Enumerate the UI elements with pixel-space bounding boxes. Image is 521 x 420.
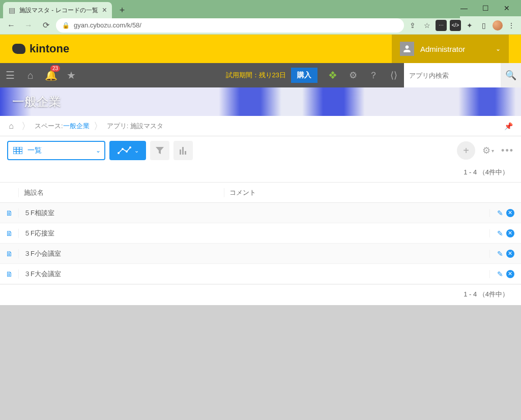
svg-rect-0 [13,147,22,154]
logo-text: kintone [30,42,69,55]
star-icon[interactable]: ☆ [421,20,432,31]
chevron-down-icon: ⌄ [134,147,139,154]
extension-icon[interactable]: ⋯ [436,20,447,31]
url-text: gyan.cybozu.com/k/58/ [74,21,141,29]
bell-icon[interactable]: 🔔 23 [41,63,61,87]
settings-button[interactable]: ⚙▾ [482,145,494,156]
gear-icon[interactable]: ⚙ [343,63,363,87]
cell-name: ３F小会議室 [18,249,224,258]
view-selector[interactable]: 一覧 ⌄ [7,141,105,160]
puzzle-icon[interactable]: ✦ [464,20,475,31]
tab-title: 施設マスタ - レコードの一覧 [19,6,98,15]
leaf-icon[interactable]: ❖ [323,63,343,87]
record-icon: 🗎 [0,270,18,278]
edit-icon[interactable]: ✎ [497,250,503,258]
reload-button[interactable]: ⟳ [39,18,53,33]
breadcrumb-app: アプリ: 施設マスタ [107,122,163,131]
maximize-icon[interactable]: ☐ [479,2,491,14]
record-icon: 🗎 [0,209,18,217]
cell-name: ３F大会議室 [18,269,224,279]
column-header-name[interactable]: 施設名 [18,188,224,197]
add-record-button[interactable]: + [457,141,475,160]
chevron-right-icon: 〉 [94,120,103,132]
record-table: 施設名 コメント 🗎５F相談室✎✕🗎５F応接室✎✕🗎３F小会議室✎✕🗎３F大会議… [0,182,521,284]
delete-icon[interactable]: ✕ [506,209,514,217]
profile-avatar-icon[interactable] [493,20,503,31]
view-label: 一覧 [27,146,42,155]
breadcrumb-home-icon[interactable]: ⌂ [5,122,17,131]
kintone-nav: ☰ ⌂ 🔔 23 ★ 試用期間：残り23日 購入 ❖ ⚙ ？ ⟨⟩ 🔍 [0,63,521,87]
browser-tab-strip: ▤ 施設マスタ - レコードの一覧 × + [0,0,460,18]
record-icon: 🗎 [0,250,18,258]
buy-button[interactable]: 購入 [291,68,317,83]
svg-rect-10 [182,147,184,155]
table-view-icon [13,147,22,154]
forward-button[interactable]: → [21,18,36,33]
chevron-right-icon: 〉 [21,120,31,132]
graph-button[interactable]: ⌄ [109,141,146,160]
star-nav-icon[interactable]: ★ [61,63,81,87]
window-close-icon[interactable]: ✕ [501,2,513,14]
menu-icon[interactable]: ☰ [0,63,20,87]
record-icon: 🗎 [0,229,18,237]
chevron-down-icon: ⌄ [496,45,501,52]
column-header-comment[interactable]: コメント [224,188,489,197]
share-icon[interactable]: ⇪ [407,20,418,31]
bookmark-icon[interactable]: ▯ [478,20,489,31]
line-chart-icon [117,146,131,155]
user-menu[interactable]: Administrator ⌄ [392,35,509,63]
breadcrumb-space-label: スペース: [35,122,63,131]
edit-icon[interactable]: ✎ [497,270,503,278]
breadcrumb-space-link[interactable]: 一般企業 [63,122,90,131]
browser-tab[interactable]: ▤ 施設マスタ - レコードの一覧 × [3,2,112,18]
edit-icon[interactable]: ✎ [497,229,503,237]
cell-name: ５F相談室 [18,208,224,218]
home-icon[interactable]: ⌂ [20,63,41,87]
tab-favicon-icon: ▤ [8,7,15,14]
devtools-icon[interactable]: </> [450,20,461,31]
user-name: Administrator [420,45,465,53]
search-input[interactable] [404,63,501,87]
lock-icon: 🔒 [62,22,70,29]
pin-icon[interactable]: 📌 [504,122,516,130]
back-button[interactable]: ← [4,18,18,33]
url-field[interactable]: 🔒 gyan.cybozu.com/k/58/ [56,18,404,33]
toolbar: 一覧 ⌄ ⌄ + ⚙▾ ••• [0,136,521,165]
user-avatar-icon [400,42,414,56]
delete-icon[interactable]: ✕ [506,270,514,278]
chevron-down-icon: ⌄ [92,147,104,154]
code-icon[interactable]: ⟨⟩ [384,63,404,87]
more-button[interactable]: ••• [501,145,514,156]
delete-icon[interactable]: ✕ [506,229,514,237]
table-row[interactable]: 🗎３F小会議室✎✕ [0,244,521,264]
cell-name: ５F応接室 [18,229,224,238]
kintone-header: kintone Administrator ⌄ [0,35,521,63]
kintone-logo[interactable]: kintone [12,42,69,55]
chart-button[interactable] [173,141,193,160]
filter-button[interactable] [150,141,169,160]
search-button[interactable]: 🔍 [501,63,521,87]
pagination-top: 1 - 4 （4件中） [0,165,521,182]
app-search: 🔍 [404,63,521,87]
table-row[interactable]: 🗎３F大会議室✎✕ [0,264,521,284]
svg-rect-11 [185,151,186,155]
filter-icon [155,146,164,155]
table-header: 施設名 コメント [0,183,521,203]
address-bar: ← → ⟳ 🔒 gyan.cybozu.com/k/58/ ⇪ ☆ ⋯ </> … [0,16,521,35]
kebab-icon[interactable]: ⋮ [506,20,517,31]
help-icon[interactable]: ？ [363,63,384,87]
new-tab-button[interactable]: + [115,3,129,17]
edit-icon[interactable]: ✎ [497,209,503,217]
page-title: 一般企業 [12,94,61,110]
table-row[interactable]: 🗎５F相談室✎✕ [0,203,521,223]
bar-chart-icon [179,146,187,155]
breadcrumb: ⌂ 〉 スペース: 一般企業 〉 アプリ: 施設マスタ 📌 [0,116,521,136]
hero-banner: 一般企業 [0,87,521,116]
close-icon[interactable]: × [102,6,107,15]
notification-badge: 23 [50,65,60,72]
delete-icon[interactable]: ✕ [506,250,514,258]
pagination-bottom: 1 - 4 （4件中） [0,284,521,305]
trial-text: 試用期間：残り23日 [221,71,291,80]
logo-icon [12,44,25,54]
table-row[interactable]: 🗎５F応接室✎✕ [0,223,521,244]
